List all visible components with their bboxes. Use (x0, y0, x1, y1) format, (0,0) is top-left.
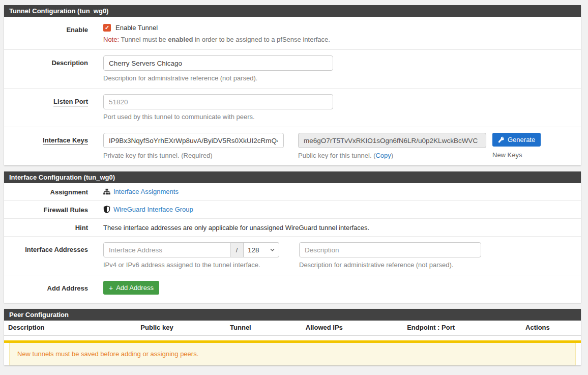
description-input[interactable] (103, 55, 333, 71)
public-key-help-text: Public key for this tunnel. ( (298, 152, 375, 159)
note-seg1: Tunnel must be (119, 36, 168, 43)
hint-label: Hint (4, 223, 88, 232)
firewall-rules-label: Firewall Rules (4, 205, 88, 214)
wireguard-tunnel-edit-page: Tunnel Configuration (tun_wg0) Enable ✓ … (0, 0, 588, 375)
interface-configuration-panel: Interface Configuration (tun_wg0) Assign… (4, 171, 581, 303)
warning-spacer (4, 336, 581, 340)
col-allowed-ips: Allowed IPs (281, 321, 367, 335)
listen-port-row: Listen Port Port used by this tunnel to … (4, 89, 581, 127)
public-key-input[interactable] (298, 133, 486, 148)
hint-text: These interface addresses are only appli… (103, 223, 576, 232)
firewall-rules-row: Firewall Rules WireGuard Interface Group (4, 201, 581, 219)
address-mask-selected-value: 128 (248, 246, 259, 254)
note-seg2: in order to be assigned to a pfSense int… (193, 36, 330, 43)
address-mask-select[interactable]: 128 (244, 242, 279, 257)
interface-address-help: IPv4 or IPv6 address assigned to the tun… (103, 261, 279, 269)
key-icon (498, 136, 505, 143)
interface-address-input[interactable] (103, 242, 230, 257)
interface-keys-row: Interface Keys Private key for this tunn… (4, 127, 581, 165)
address-mask-separator: / (230, 242, 244, 257)
col-tunnel: Tunnel (200, 321, 281, 335)
listen-port-label: Listen Port (4, 94, 88, 121)
note-prefix: Note: (103, 36, 119, 43)
interface-assignments-link[interactable]: Interface Assignments (113, 188, 179, 195)
description-label: Description (4, 55, 88, 82)
interface-configuration-header: Interface Configuration (tun_wg0) (4, 171, 581, 183)
col-actions: Actions (494, 321, 581, 335)
hint-row: Hint These interface addresses are only … (4, 219, 581, 237)
col-description: Description (4, 321, 113, 335)
peer-table-header-row: Description Public key Tunnel Allowed IP… (4, 321, 581, 335)
interface-addresses-row: Interface Addresses / 128 (4, 237, 581, 275)
plus-icon: + (109, 285, 113, 291)
enable-tunnel-checkbox-label: Enable Tunnel (115, 24, 158, 32)
peer-table: Description Public key Tunnel Allowed IP… (4, 321, 581, 336)
public-key-help: Public key for this tunnel. (Copy) (298, 152, 486, 159)
add-address-label: Add Address (4, 281, 88, 295)
no-peers-warning: New tunnels must be saved before adding … (9, 343, 576, 365)
add-address-button-label: Add Address (116, 284, 154, 292)
copy-public-key-link[interactable]: Copy (375, 152, 391, 159)
col-endpoint-port: Endpoint : Port (367, 321, 494, 335)
tunnel-configuration-panel: Tunnel Configuration (tun_wg0) Enable ✓ … (4, 5, 581, 165)
private-key-help: Private key for this tunnel. (Required) (103, 152, 284, 159)
description-row: Description Description for administrati… (4, 50, 581, 89)
generate-button-label: Generate (508, 136, 535, 143)
assignment-label: Assignment (4, 187, 88, 196)
chevron-down-icon (270, 248, 275, 251)
add-address-button[interactable]: + Add Address (103, 281, 159, 295)
interface-addresses-label: Interface Addresses (4, 242, 88, 269)
sitemap-icon (103, 188, 110, 195)
private-key-input[interactable] (103, 133, 284, 148)
listen-port-help: Port used by this tunnel to communicate … (103, 113, 576, 121)
address-description-input[interactable] (299, 242, 481, 257)
address-description-help: Description for administrative reference… (299, 261, 481, 269)
col-public-key: Public key (113, 321, 200, 335)
peer-configuration-header: Peer Configuration (4, 309, 581, 321)
enable-note: Note: Tunnel must be enabled in order to… (103, 36, 576, 43)
public-key-help-suffix: ) (391, 152, 393, 159)
new-keys-caption: New Keys (492, 151, 541, 159)
generate-keys-button[interactable]: Generate (492, 133, 541, 147)
tunnel-configuration-header: Tunnel Configuration (tun_wg0) (4, 5, 581, 17)
enable-row: Enable ✓ Enable Tunnel Note: Tunnel must… (4, 17, 581, 50)
description-help: Description for administrative reference… (103, 74, 576, 82)
listen-port-input[interactable] (103, 94, 333, 109)
wireguard-interface-group-link[interactable]: WireGuard Interface Group (113, 206, 193, 213)
assignment-row: Assignment Interface Assignments (4, 183, 581, 201)
enable-tunnel-checkbox[interactable]: ✓ (103, 24, 111, 32)
note-bold-word: enabled (168, 36, 193, 43)
add-address-row: Add Address + Add Address (4, 275, 581, 303)
shield-icon (103, 206, 110, 213)
interface-keys-label: Interface Keys (4, 133, 88, 159)
peer-configuration-panel: Peer Configuration Description Public ke… (4, 309, 581, 365)
enable-label: Enable (4, 22, 88, 43)
